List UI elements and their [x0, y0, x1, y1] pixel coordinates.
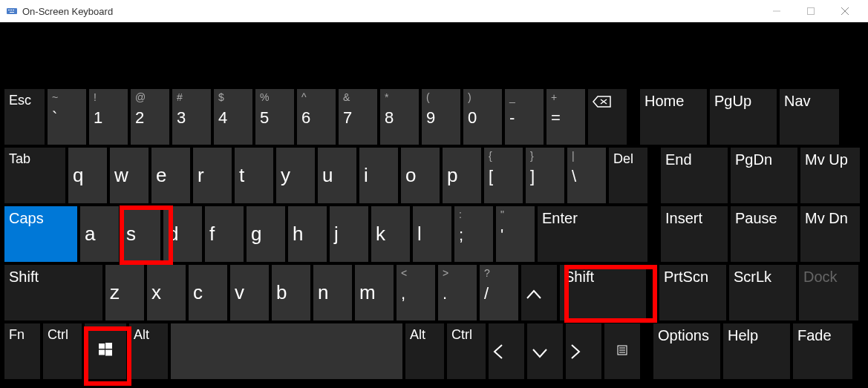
k-key[interactable]: k — [371, 206, 410, 262]
key-7[interactable]: &7 — [339, 89, 377, 145]
fade-key[interactable]: Fade — [793, 323, 852, 379]
h-key[interactable]: h — [288, 206, 327, 262]
v-key[interactable]: v — [230, 265, 269, 320]
fn-key[interactable]: Fn — [4, 323, 40, 379]
right-ctrl-key[interactable]: Ctrl — [447, 323, 486, 379]
x-key[interactable]: x — [147, 265, 186, 320]
left-bracket-key[interactable]: {[ — [484, 148, 523, 203]
a-key[interactable]: a — [80, 206, 119, 262]
m-key[interactable]: m — [355, 265, 394, 320]
svg-rect-6 — [808, 8, 815, 15]
end-key[interactable]: End — [661, 148, 728, 203]
d-key[interactable]: d — [163, 206, 202, 262]
comma-key[interactable]: <, — [397, 265, 435, 320]
c-key[interactable]: c — [189, 265, 227, 320]
key-8[interactable]: *8 — [380, 89, 419, 145]
key-6[interactable]: ^6 — [297, 89, 336, 145]
backspace-key[interactable] — [588, 89, 627, 145]
insert-key[interactable]: Insert — [661, 206, 728, 262]
r-key[interactable]: r — [193, 148, 232, 203]
backspace-icon — [593, 92, 622, 112]
q-key[interactable]: q — [68, 148, 107, 203]
app-icon — [6, 5, 18, 17]
slash-key[interactable]: ?/ — [480, 265, 518, 320]
keyboard-area: Esc ~` !1 @2 #3 $4 %5 ^6 &7 *8 (9 )0 _- … — [0, 22, 868, 388]
pause-key[interactable]: Pause — [731, 206, 797, 262]
up-arrow-key[interactable] — [521, 265, 557, 320]
key-2[interactable]: @2 — [131, 89, 169, 145]
close-button[interactable] — [828, 0, 862, 22]
menu-key[interactable] — [604, 323, 640, 379]
help-key[interactable]: Help — [723, 323, 790, 379]
context-menu-icon — [616, 343, 628, 360]
g-key[interactable]: g — [247, 206, 285, 262]
f-key[interactable]: f — [205, 206, 244, 262]
key-9[interactable]: (9 — [422, 89, 460, 145]
n-key[interactable]: n — [313, 265, 352, 320]
minimize-button[interactable] — [760, 0, 794, 22]
key-4[interactable]: $4 — [214, 89, 252, 145]
right-alt-key[interactable]: Alt — [405, 323, 444, 379]
svg-rect-14 — [105, 350, 112, 356]
pgdn-key[interactable]: PgDn — [731, 148, 797, 203]
right-arrow-key[interactable] — [566, 323, 601, 379]
left-arrow-key[interactable] — [489, 323, 524, 379]
chevron-up-icon — [526, 282, 542, 303]
row-5: Fn Ctrl Alt Alt Ctrl Options Help Fade — [4, 323, 864, 379]
equals-key[interactable]: += — [546, 89, 585, 145]
esc-key[interactable]: Esc — [4, 89, 45, 145]
caps-key[interactable]: Caps — [4, 206, 77, 262]
j-key[interactable]: j — [330, 206, 368, 262]
right-bracket-key[interactable]: }] — [526, 148, 564, 203]
period-key[interactable]: >. — [438, 265, 477, 320]
e-key[interactable]: e — [151, 148, 190, 203]
window-title: On-Screen Keyboard — [22, 6, 113, 17]
left-ctrl-key[interactable]: Ctrl — [43, 323, 82, 379]
backslash-key[interactable]: |\ — [567, 148, 606, 203]
o-key[interactable]: o — [401, 148, 440, 203]
win-key[interactable] — [85, 323, 126, 379]
mvdn-key[interactable]: Mv Dn — [800, 206, 860, 262]
b-key[interactable]: b — [272, 265, 310, 320]
dock-key[interactable]: Dock — [799, 265, 858, 320]
minus-key[interactable]: _- — [505, 89, 544, 145]
i-key[interactable]: i — [359, 148, 398, 203]
prtscn-key[interactable]: PrtScn — [659, 265, 726, 320]
s-key[interactable]: s — [122, 206, 160, 262]
y-key[interactable]: y — [276, 148, 315, 203]
pgup-key[interactable]: PgUp — [710, 89, 777, 145]
right-shift-key[interactable]: Shift — [560, 265, 646, 320]
left-shift-key[interactable]: Shift — [4, 265, 102, 320]
space-key[interactable] — [171, 323, 402, 379]
del-key[interactable]: Del — [609, 148, 647, 203]
left-alt-key[interactable]: Alt — [129, 323, 168, 379]
key-3[interactable]: #3 — [172, 89, 211, 145]
chevron-left-icon — [493, 339, 503, 364]
key-5[interactable]: %5 — [255, 89, 294, 145]
down-arrow-key[interactable] — [527, 323, 563, 379]
z-key[interactable]: z — [105, 265, 144, 320]
p-key[interactable]: p — [443, 148, 481, 203]
backtick-key[interactable]: ~` — [48, 89, 86, 145]
nav-key[interactable]: Nav — [780, 89, 839, 145]
windows-icon — [99, 343, 112, 360]
home-key[interactable]: Home — [640, 89, 707, 145]
quote-key[interactable]: "' — [496, 206, 535, 262]
enter-key[interactable]: Enter — [538, 206, 647, 262]
titlebar: On-Screen Keyboard — [0, 0, 868, 22]
l-key[interactable]: l — [413, 206, 451, 262]
u-key[interactable]: u — [318, 148, 356, 203]
tab-key[interactable]: Tab — [4, 148, 65, 203]
scrlk-key[interactable]: ScrLk — [729, 265, 796, 320]
options-key[interactable]: Options — [653, 323, 720, 379]
mvup-key[interactable]: Mv Up — [800, 148, 860, 203]
key-1[interactable]: !1 — [89, 89, 128, 145]
key-0[interactable]: )0 — [463, 89, 502, 145]
w-key[interactable]: w — [110, 148, 149, 203]
semicolon-key[interactable]: :; — [454, 206, 493, 262]
svg-rect-1 — [8, 10, 10, 10]
svg-rect-12 — [105, 343, 112, 349]
t-key[interactable]: t — [235, 148, 273, 203]
svg-rect-3 — [13, 10, 14, 10]
maximize-button[interactable] — [794, 0, 828, 22]
